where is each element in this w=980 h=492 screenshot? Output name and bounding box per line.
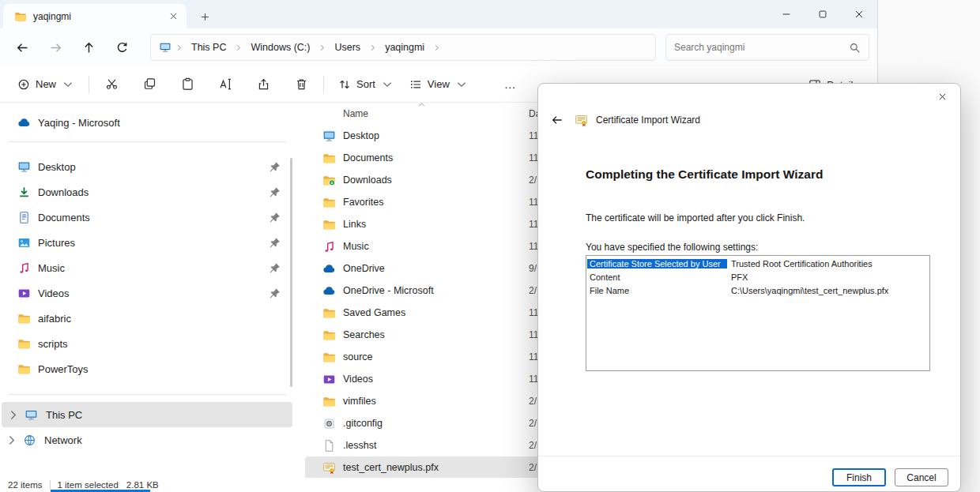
pin-icon[interactable] — [268, 261, 281, 275]
chevron-right-icon — [234, 43, 243, 52]
new-tab-button[interactable] — [193, 5, 217, 28]
sort-icon — [338, 78, 351, 91]
sidebar-item-label: Videos — [38, 287, 261, 299]
settings-list[interactable]: Certificate Store Selected by UserTruste… — [586, 255, 930, 371]
rename-icon — [219, 77, 232, 91]
close-icon — [937, 92, 948, 102]
pin-icon[interactable] — [268, 186, 281, 199]
status-divider — [50, 480, 51, 490]
file-date: 9/ — [529, 263, 537, 274]
pin-icon[interactable] — [268, 211, 281, 224]
sort-button[interactable]: Sort — [330, 71, 401, 98]
view-button-label: View — [428, 78, 450, 90]
more-options-button[interactable]: … — [493, 71, 527, 98]
new-icon — [17, 78, 30, 91]
cancel-button[interactable]: Cancel — [895, 468, 948, 486]
chevron-right-icon[interactable] — [6, 408, 20, 422]
refresh-button[interactable] — [107, 33, 136, 62]
setting-row-content[interactable]: ContentPFX — [587, 270, 929, 284]
sidebar-item-aifabric[interactable]: aifabric — [0, 306, 294, 331]
up-button[interactable] — [74, 33, 103, 62]
minimize-button[interactable] — [768, 0, 805, 28]
pin-icon[interactable] — [268, 160, 281, 174]
folder-icon — [17, 337, 31, 351]
cut-button[interactable] — [96, 71, 127, 98]
setting-key: File Name — [587, 286, 727, 295]
forward-button[interactable] — [41, 33, 70, 62]
videos-icon — [17, 287, 31, 300]
rename-button[interactable] — [209, 71, 241, 98]
file-name: Downloads — [343, 175, 392, 186]
tab-close-icon[interactable] — [168, 11, 179, 21]
delete-icon — [295, 77, 308, 91]
chevron-right-icon[interactable] — [5, 434, 18, 447]
sidebar-item-pictures[interactable]: Pictures — [0, 230, 294, 255]
sidebar-item-downloads[interactable]: Downloads — [0, 179, 294, 205]
dialog-close-button[interactable] — [924, 84, 960, 109]
search-input[interactable] — [674, 42, 849, 53]
file-name: .lesshst — [343, 440, 376, 451]
file-name: Desktop — [343, 130, 379, 141]
download-icon — [17, 186, 31, 199]
sidebar-item-label: Documents — [38, 212, 261, 223]
sidebar-item-powertoys[interactable]: PowerToys — [0, 356, 294, 381]
sidebar-scrollbar[interactable] — [290, 158, 292, 387]
folder-icon — [322, 329, 336, 342]
sidebar-item-documents[interactable]: Documents — [0, 205, 294, 230]
tree-list: This PCNetwork — [0, 402, 294, 453]
copy-button[interactable] — [134, 71, 165, 98]
back-button[interactable] — [8, 33, 36, 62]
onedrive-icon — [17, 116, 31, 130]
forward-icon — [49, 41, 62, 54]
sidebar-item-network[interactable]: Network — [0, 427, 294, 453]
maximize-button[interactable] — [805, 0, 841, 28]
sidebar-item-yaqing-microsoft[interactable]: Yaqing - Microsoft — [0, 111, 294, 134]
share-button[interactable] — [247, 71, 279, 98]
breadcrumb-separator-icon — [175, 43, 183, 52]
explorer-tab-yaqingmi[interactable]: yaqingmi — [3, 4, 187, 28]
folder-icon — [322, 218, 336, 231]
sidebar-item-this-pc[interactable]: This PC — [2, 402, 292, 427]
setting-key: Content — [587, 272, 727, 282]
setting-row-file-name[interactable]: File NameC:\Users\yaqingmi\test_cert_new… — [587, 284, 929, 297]
music-icon — [17, 261, 31, 275]
file-name: Documents — [343, 152, 393, 163]
file-name: .gitconfig — [343, 418, 383, 429]
column-header-name[interactable]: Name — [305, 108, 368, 119]
tab-folder-icon — [14, 10, 27, 23]
breadcrumb-segment-windows-c[interactable]: Windows (C:) — [246, 42, 315, 53]
desktop-icon — [17, 160, 31, 174]
view-button[interactable]: View — [401, 71, 476, 98]
sidebar-item-music[interactable]: Music — [0, 255, 294, 280]
sidebar-divider — [8, 394, 286, 395]
sidebar-item-desktop[interactable]: Desktop — [0, 154, 294, 179]
chevron-down-icon — [381, 78, 394, 91]
finish-button[interactable]: Finish — [832, 468, 886, 486]
sidebar-item-videos[interactable]: Videos — [0, 280, 294, 306]
address-bar[interactable]: This PCWindows (C:)Usersyaqingmi — [150, 34, 656, 61]
setting-row-certificate-store-selected-by-user[interactable]: Certificate Store Selected by UserTruste… — [587, 257, 929, 270]
paste-button[interactable] — [172, 71, 203, 98]
edit-buttons — [96, 71, 317, 98]
new-tab-icon — [200, 12, 210, 22]
items-count: 22 items — [8, 480, 42, 490]
delete-button[interactable] — [285, 71, 317, 98]
breadcrumb-segment-yaqingmi[interactable]: yaqingmi — [380, 42, 429, 53]
dialog-back-button[interactable] — [548, 111, 567, 130]
file-name: OneDrive — [343, 263, 385, 274]
breadcrumb-segment-this-pc[interactable]: This PC — [187, 42, 231, 53]
folder-icon — [322, 196, 336, 209]
close-button[interactable] — [841, 0, 877, 28]
file-name: vimfiles — [343, 396, 376, 407]
folder-down-icon — [322, 174, 336, 187]
pictures-icon — [17, 236, 31, 250]
sidebar-item-scripts[interactable]: scripts — [0, 331, 294, 356]
pin-icon[interactable] — [268, 287, 281, 300]
sidebar-divider — [8, 141, 286, 142]
sidebar-item-label: aifabric — [38, 313, 286, 325]
breadcrumb-segment-users[interactable]: Users — [330, 42, 365, 53]
search-box[interactable] — [665, 34, 869, 61]
pin-icon[interactable] — [268, 236, 281, 250]
file-icon — [322, 439, 336, 453]
new-button[interactable]: New — [9, 71, 82, 98]
